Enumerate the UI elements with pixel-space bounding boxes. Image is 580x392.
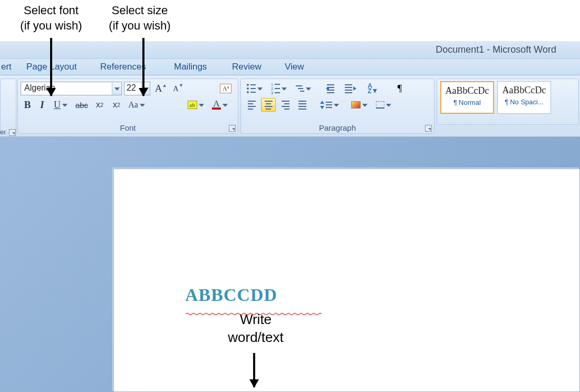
line-spacing-button[interactable] <box>319 98 340 112</box>
borders-button[interactable] <box>373 98 394 112</box>
group-styles: AaBbCcDc ¶Normal AaBbCcDc ¶No Spaci... <box>437 79 579 125</box>
font-name-dropdown-icon[interactable] <box>112 82 121 95</box>
align-center-button[interactable] <box>261 98 276 112</box>
font-dialog-launcher[interactable] <box>229 125 236 132</box>
subscript-button[interactable]: x2 <box>92 98 108 112</box>
window-title: Document1 - Microsoft Word <box>436 44 556 55</box>
grow-font-button[interactable]: A▲ <box>153 82 169 95</box>
chevron-down-icon <box>62 104 67 106</box>
clipboard-dialog-launcher[interactable] <box>9 129 16 136</box>
chevron-down-icon <box>306 87 311 90</box>
align-right-button[interactable] <box>278 98 293 112</box>
shading-button[interactable] <box>349 98 370 112</box>
chevron-down-icon <box>223 104 228 106</box>
document-page[interactable]: ABBCCDD <box>113 169 580 392</box>
document-text[interactable]: ABBCCDD <box>185 285 277 305</box>
ribbon: Algerian 22 A▲ A▼ Aª B I U abc x2 x2 Aa … <box>0 75 580 137</box>
chevron-down-icon <box>334 104 339 106</box>
group-font-label: Font <box>18 123 238 132</box>
annotation-select-font: Select font (if you wish) <box>12 3 91 33</box>
chevron-down-icon <box>199 104 204 106</box>
tab-references[interactable]: References <box>100 62 146 72</box>
clipboard-label-partial: er <box>0 128 6 136</box>
ribbon-tab-row: ert Page Layout References Mailings Revi… <box>0 58 580 75</box>
title-bar: Document1 - Microsoft Word <box>0 41 580 58</box>
style-normal[interactable]: AaBbCcDc ¶Normal <box>440 81 494 114</box>
tab-mailings[interactable]: Mailings <box>174 62 207 72</box>
shrink-font-button[interactable]: A▼ <box>170 82 186 95</box>
sort-button[interactable]: AZ <box>364 82 380 95</box>
multilevel-list-button[interactable] <box>293 82 314 95</box>
group-clipboard-partial <box>0 79 16 134</box>
font-size-value: 22 <box>127 83 136 92</box>
chevron-down-icon <box>386 104 391 106</box>
strikethrough-button[interactable]: abc <box>73 98 91 112</box>
increase-indent-button[interactable] <box>342 82 358 95</box>
underline-button[interactable]: U <box>51 98 71 112</box>
italic-button[interactable]: I <box>35 98 49 112</box>
annotation-write-text: Write word/text <box>200 311 311 347</box>
chevron-down-icon <box>140 104 145 106</box>
decrease-indent-button[interactable] <box>324 82 340 95</box>
annotation-select-size: Select size (if you wish) <box>100 3 179 33</box>
arrow-to-text <box>253 353 255 387</box>
tab-review[interactable]: Review <box>232 62 262 72</box>
arrow-to-size <box>142 38 144 96</box>
document-workspace: ABBCCDD Write word/text <box>0 137 580 392</box>
tab-view[interactable]: View <box>285 62 304 72</box>
clear-formatting-button[interactable]: Aª <box>217 82 235 95</box>
justify-button[interactable] <box>295 98 310 112</box>
paragraph-dialog-launcher[interactable] <box>425 125 432 132</box>
superscript-button[interactable]: x2 <box>109 98 124 112</box>
align-left-button[interactable] <box>244 98 259 112</box>
group-paragraph-label: Paragraph <box>241 123 434 132</box>
font-name-combo[interactable]: Algerian <box>21 82 122 95</box>
font-color-button[interactable]: A <box>209 98 231 112</box>
arrow-to-font <box>50 38 52 96</box>
chevron-down-icon <box>282 87 287 90</box>
show-hide-button[interactable]: ¶ <box>392 82 408 95</box>
numbering-button[interactable]: 1 2 3 <box>268 82 289 95</box>
highlight-button[interactable]: ab <box>185 98 207 112</box>
tab-insert-partial[interactable]: ert <box>1 62 12 72</box>
bold-button[interactable]: B <box>21 98 34 112</box>
group-paragraph: 1 2 3 AZ ¶ Paragraph <box>240 79 434 134</box>
change-case-button[interactable]: Aa <box>125 98 148 112</box>
style-no-spacing[interactable]: AaBbCcDc ¶No Spaci... <box>497 81 551 114</box>
bullets-button[interactable] <box>244 82 265 95</box>
chevron-down-icon <box>257 87 263 90</box>
chevron-down-icon <box>362 104 368 106</box>
